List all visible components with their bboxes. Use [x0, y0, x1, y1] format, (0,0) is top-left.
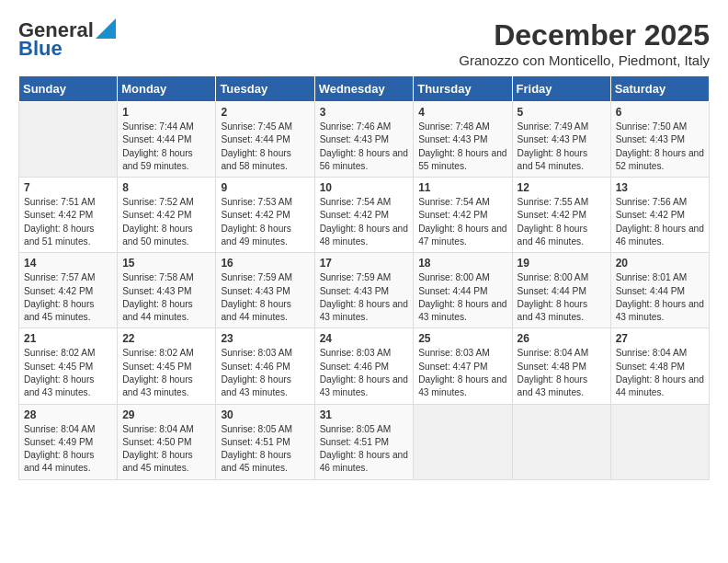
sunset: Sunset: 4:44 PM	[616, 286, 685, 296]
logo: General Blue	[18, 18, 116, 61]
sunset: Sunset: 4:46 PM	[221, 362, 290, 372]
day-number: 10	[320, 181, 409, 194]
daylight: Daylight: 8 hours and 44 minutes.	[122, 299, 192, 322]
daylight: Daylight: 8 hours and 43 minutes.	[320, 374, 408, 397]
sunset: Sunset: 4:44 PM	[518, 286, 586, 296]
sunrise: Sunrise: 7:44 AM	[122, 121, 194, 132]
calendar-cell: 31 Sunrise: 8:05 AM Sunset: 4:51 PM Dayl…	[314, 404, 414, 479]
logo-blue: Blue	[18, 37, 63, 61]
header-saturday: Saturday	[610, 76, 709, 102]
cell-content: Sunrise: 8:03 AM Sunset: 4:46 PM Dayligh…	[221, 347, 309, 399]
sunset: Sunset: 4:44 PM	[122, 134, 191, 144]
cell-content: Sunrise: 7:57 AM Sunset: 4:42 PM Dayligh…	[24, 271, 112, 324]
sunrise: Sunrise: 8:05 AM	[221, 424, 292, 434]
cell-content: Sunrise: 7:44 AM Sunset: 4:44 PM Dayligh…	[122, 121, 210, 173]
sunset: Sunset: 4:48 PM	[616, 362, 685, 372]
cell-content: Sunrise: 7:54 AM Sunset: 4:42 PM Dayligh…	[320, 196, 409, 248]
daylight: Daylight: 8 hours and 43 minutes.	[518, 374, 587, 397]
header-wednesday: Wednesday	[314, 76, 414, 102]
header-monday: Monday	[118, 76, 216, 102]
daylight: Daylight: 8 hours and 46 minutes.	[616, 224, 704, 247]
sunset: Sunset: 4:43 PM	[221, 286, 290, 296]
title-block: December 2025 Granozzo con Monticello, P…	[459, 18, 710, 68]
calendar-cell: 9 Sunrise: 7:53 AM Sunset: 4:42 PM Dayli…	[216, 178, 314, 253]
cell-content: Sunrise: 7:54 AM Sunset: 4:42 PM Dayligh…	[418, 196, 506, 248]
sunset: Sunset: 4:47 PM	[418, 362, 487, 372]
daylight: Daylight: 8 hours and 46 minutes.	[320, 450, 408, 473]
daylight: Daylight: 8 hours and 54 minutes.	[518, 148, 587, 171]
day-number: 14	[24, 257, 112, 270]
daylight: Daylight: 8 hours and 43 minutes.	[418, 299, 506, 322]
daylight: Daylight: 8 hours and 43 minutes.	[122, 374, 192, 397]
day-number: 13	[616, 181, 704, 194]
daylight: Daylight: 8 hours and 51 minutes.	[24, 224, 94, 247]
day-number: 31	[320, 408, 409, 421]
daylight: Daylight: 8 hours and 43 minutes.	[418, 374, 506, 397]
cell-content: Sunrise: 7:52 AM Sunset: 4:42 PM Dayligh…	[122, 196, 210, 248]
sunset: Sunset: 4:43 PM	[320, 286, 389, 296]
daylight: Daylight: 8 hours and 47 minutes.	[418, 224, 506, 247]
day-number: 7	[24, 181, 112, 194]
calendar-week-1: 1 Sunrise: 7:44 AM Sunset: 4:44 PM Dayli…	[19, 102, 710, 178]
daylight: Daylight: 8 hours and 45 minutes.	[221, 450, 290, 473]
daylight: Daylight: 8 hours and 43 minutes.	[518, 299, 587, 322]
daylight: Daylight: 8 hours and 43 minutes.	[616, 299, 704, 322]
sunrise: Sunrise: 7:48 AM	[418, 121, 490, 132]
sunrise: Sunrise: 7:58 AM	[122, 272, 194, 282]
sunrise: Sunrise: 7:53 AM	[221, 197, 292, 207]
sunrise: Sunrise: 8:04 AM	[24, 424, 96, 434]
sunrise: Sunrise: 7:56 AM	[616, 197, 688, 207]
day-number: 18	[418, 257, 506, 270]
sunrise: Sunrise: 7:59 AM	[320, 272, 392, 282]
sunrise: Sunrise: 8:03 AM	[221, 348, 292, 358]
calendar-cell: 3 Sunrise: 7:46 AM Sunset: 4:43 PM Dayli…	[314, 102, 414, 178]
day-number: 25	[418, 332, 506, 345]
cell-content: Sunrise: 8:05 AM Sunset: 4:51 PM Dayligh…	[320, 423, 409, 476]
calendar-cell: 8 Sunrise: 7:52 AM Sunset: 4:42 PM Dayli…	[118, 178, 216, 253]
sunrise: Sunrise: 8:03 AM	[418, 348, 490, 358]
cell-content: Sunrise: 8:02 AM Sunset: 4:45 PM Dayligh…	[122, 347, 210, 399]
cell-content: Sunrise: 7:45 AM Sunset: 4:44 PM Dayligh…	[221, 121, 309, 173]
sunset: Sunset: 4:42 PM	[24, 286, 93, 296]
calendar-week-2: 7 Sunrise: 7:51 AM Sunset: 4:42 PM Dayli…	[19, 178, 710, 253]
svg-marker-0	[96, 18, 116, 39]
cell-content: Sunrise: 7:55 AM Sunset: 4:42 PM Dayligh…	[518, 196, 606, 248]
calendar-cell: 15 Sunrise: 7:58 AM Sunset: 4:43 PM Dayl…	[118, 253, 216, 328]
day-number: 9	[221, 181, 309, 194]
cell-content: Sunrise: 7:59 AM Sunset: 4:43 PM Dayligh…	[320, 271, 409, 324]
day-number: 1	[122, 106, 210, 119]
sunrise: Sunrise: 7:50 AM	[616, 121, 688, 132]
day-number: 12	[518, 181, 606, 194]
sunset: Sunset: 4:45 PM	[24, 362, 93, 372]
calendar-cell: 22 Sunrise: 8:02 AM Sunset: 4:45 PM Dayl…	[118, 328, 216, 404]
daylight: Daylight: 8 hours and 45 minutes.	[122, 450, 192, 473]
daylight: Daylight: 8 hours and 44 minutes.	[24, 450, 94, 473]
cell-content: Sunrise: 7:49 AM Sunset: 4:43 PM Dayligh…	[518, 121, 606, 173]
sunset: Sunset: 4:51 PM	[221, 437, 290, 447]
sunset: Sunset: 4:48 PM	[518, 362, 586, 372]
calendar-title: December 2025	[459, 18, 710, 52]
calendar-cell: 5 Sunrise: 7:49 AM Sunset: 4:43 PM Dayli…	[512, 102, 610, 178]
calendar-cell: 20 Sunrise: 8:01 AM Sunset: 4:44 PM Dayl…	[610, 253, 709, 328]
sunset: Sunset: 4:44 PM	[221, 134, 290, 144]
cell-content: Sunrise: 8:05 AM Sunset: 4:51 PM Dayligh…	[221, 423, 309, 476]
calendar-cell: 2 Sunrise: 7:45 AM Sunset: 4:44 PM Dayli…	[216, 102, 314, 178]
sunrise: Sunrise: 7:57 AM	[24, 272, 96, 282]
daylight: Daylight: 8 hours and 43 minutes.	[24, 374, 94, 397]
sunset: Sunset: 4:42 PM	[418, 210, 487, 220]
day-number: 2	[221, 106, 309, 119]
day-number: 27	[616, 332, 704, 345]
cell-content: Sunrise: 8:02 AM Sunset: 4:45 PM Dayligh…	[24, 347, 112, 399]
day-number: 8	[122, 181, 210, 194]
sunrise: Sunrise: 8:05 AM	[320, 424, 392, 434]
calendar-cell: 1 Sunrise: 7:44 AM Sunset: 4:44 PM Dayli…	[118, 102, 216, 178]
day-number: 11	[418, 181, 506, 194]
calendar-cell: 7 Sunrise: 7:51 AM Sunset: 4:42 PM Dayli…	[19, 178, 118, 253]
sunrise: Sunrise: 8:02 AM	[24, 348, 96, 358]
sunrise: Sunrise: 7:45 AM	[221, 121, 292, 132]
daylight: Daylight: 8 hours and 55 minutes.	[418, 148, 506, 171]
day-number: 23	[221, 332, 309, 345]
calendar-week-4: 21 Sunrise: 8:02 AM Sunset: 4:45 PM Dayl…	[19, 328, 710, 404]
day-number: 6	[616, 106, 704, 119]
sunset: Sunset: 4:44 PM	[418, 286, 487, 296]
